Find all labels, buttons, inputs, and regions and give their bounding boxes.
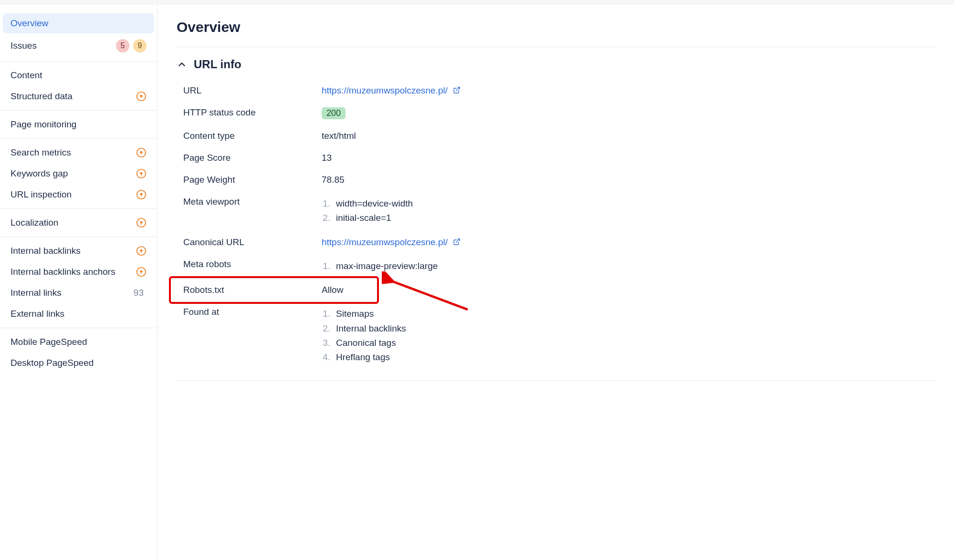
list-value: max-image-preview:large — [336, 259, 438, 273]
chevron-up-icon — [177, 59, 187, 70]
issues-badge-warning: 9 — [133, 39, 147, 52]
sidebar-item-internal-backlinks-anchors[interactable]: Internal backlinks anchors — [3, 262, 154, 282]
issues-badges: 5 9 — [116, 39, 147, 52]
sidebar-item-label: Overview — [10, 18, 48, 29]
list-value: Sitemaps — [336, 307, 374, 321]
sidebar-item-mobile-pagespeed[interactable]: Mobile PageSpeed — [3, 332, 154, 352]
sidebar-item-internal-links[interactable]: Internal links 93 — [3, 283, 154, 303]
row-found-at: Found at 1.Sitemaps 2.Internal backlinks… — [183, 301, 935, 371]
external-link-icon — [453, 86, 461, 93]
upgrade-icon — [136, 246, 147, 256]
list-value: Canonical tags — [336, 336, 396, 350]
row-page-weight: Page Weight 78.85 — [183, 169, 935, 191]
sidebar-item-structured-data[interactable]: Structured data — [3, 86, 154, 106]
internal-links-count: 93 — [134, 288, 147, 298]
list-value: initial-scale=1 — [336, 211, 391, 225]
upgrade-icon — [136, 218, 147, 228]
main-content: Overview URL info URL https://muzeumwspo… — [157, 5, 954, 560]
list-item: 2.initial-scale=1 — [322, 211, 935, 225]
row-value: 1.max-image-preview:large — [322, 259, 935, 273]
row-value: 13 — [322, 153, 935, 163]
row-label: Meta robots — [183, 259, 322, 273]
sidebar-item-desktop-pagespeed[interactable]: Desktop PageSpeed — [3, 353, 154, 373]
sidebar-group: Search metrics Keywords gap URL inspecti… — [0, 139, 157, 209]
sidebar-item-label: Internal links — [10, 288, 62, 298]
sidebar-item-label: Issues — [10, 41, 37, 51]
list-item: 1.width=device-width — [322, 197, 935, 211]
sidebar-item-internal-backlinks[interactable]: Internal backlinks — [3, 241, 154, 261]
sidebar-item-label: Keywords gap — [10, 168, 68, 179]
upgrade-icon — [136, 267, 147, 277]
sidebar-item-label: URL inspection — [10, 189, 72, 200]
issues-badge-critical: 5 — [116, 39, 129, 52]
url-link[interactable]: https://muzeumwspolczesne.pl/ — [322, 85, 461, 95]
url-text: https://muzeumwspolczesne.pl/ — [322, 237, 448, 247]
row-value: 78.85 — [322, 175, 935, 185]
sidebar-item-issues[interactable]: Issues 5 9 — [3, 34, 154, 57]
row-robots-txt: Robots.txt Allow — [183, 279, 935, 301]
list-value: width=device-width — [336, 197, 413, 211]
row-label: Found at — [183, 307, 322, 365]
row-page-score: Page Score 13 — [183, 147, 935, 169]
sidebar-group: Mobile PageSpeed Desktop PageSpeed — [0, 328, 157, 377]
upgrade-icon — [136, 91, 147, 102]
sidebar-group: Localization — [0, 209, 157, 237]
row-value: https://muzeumwspolczesne.pl/ — [322, 237, 935, 248]
divider — [177, 380, 935, 381]
sidebar-item-label: Internal backlinks anchors — [10, 267, 115, 277]
status-badge: 200 — [322, 107, 346, 119]
sidebar-item-content[interactable]: Content — [3, 65, 154, 85]
sidebar-item-overview[interactable]: Overview — [3, 13, 154, 33]
row-label: HTTP status code — [183, 107, 322, 119]
upgrade-icon — [136, 189, 147, 200]
sidebar-item-label: Localization — [10, 218, 58, 228]
row-meta-robots: Meta robots 1.max-image-preview:large — [183, 253, 935, 279]
sidebar-item-localization[interactable]: Localization — [3, 213, 154, 233]
sidebar-item-search-metrics[interactable]: Search metrics — [3, 143, 154, 163]
page-title: Overview — [177, 19, 935, 35]
list-item: 1.Sitemaps — [322, 307, 935, 321]
url-info-table: URL https://muzeumwspolczesne.pl/ HTTP s… — [177, 80, 935, 371]
row-url: URL https://muzeumwspolczesne.pl/ — [183, 80, 935, 102]
row-value: 1.Sitemaps 2.Internal backlinks 3.Canoni… — [322, 307, 935, 365]
sidebar: Overview Issues 5 9 Content Structured d… — [0, 5, 157, 560]
row-value: text/html — [322, 131, 935, 141]
section-title: URL info — [194, 58, 241, 71]
sidebar-item-page-monitoring[interactable]: Page monitoring — [3, 114, 154, 135]
list-item: 3.Canonical tags — [322, 336, 935, 350]
list-value: Hreflang tags — [336, 350, 390, 364]
sidebar-item-label: Mobile PageSpeed — [10, 337, 87, 347]
svg-line-8 — [456, 239, 460, 242]
upgrade-icon — [136, 168, 147, 179]
row-label: Content type — [183, 131, 322, 141]
sidebar-item-label: Desktop PageSpeed — [10, 358, 94, 368]
sidebar-item-label: Structured data — [10, 91, 73, 102]
row-http-status: HTTP status code 200 — [183, 102, 935, 125]
external-link-icon — [453, 238, 461, 245]
sidebar-item-url-inspection[interactable]: URL inspection — [3, 185, 154, 205]
sidebar-item-external-links[interactable]: External links — [3, 304, 154, 324]
row-canonical-url: Canonical URL https://muzeumwspolczesne.… — [183, 231, 935, 253]
list-item: 1.max-image-preview:large — [322, 259, 935, 273]
canonical-link[interactable]: https://muzeumwspolczesne.pl/ — [322, 237, 461, 247]
row-meta-viewport: Meta viewport 1.width=device-width 2.ini… — [183, 191, 935, 231]
url-text: https://muzeumwspolczesne.pl/ — [322, 85, 448, 95]
list-value: Internal backlinks — [336, 321, 406, 336]
list-item: 4.Hreflang tags — [322, 350, 935, 364]
upgrade-icon — [136, 147, 147, 158]
svg-line-7 — [456, 87, 460, 91]
sidebar-item-label: Search metrics — [10, 147, 71, 158]
sidebar-item-label: External links — [10, 309, 64, 319]
row-content-type: Content type text/html — [183, 125, 935, 147]
row-label: Page Score — [183, 153, 322, 163]
sidebar-group: Content Structured data — [0, 62, 157, 111]
list-item: 2.Internal backlinks — [322, 321, 935, 336]
row-value: 200 — [322, 107, 935, 119]
sidebar-group: Page monitoring — [0, 111, 157, 139]
row-value: 1.width=device-width 2.initial-scale=1 — [322, 197, 935, 226]
section-toggle-url-info[interactable]: URL info — [177, 58, 935, 71]
row-value: https://muzeumwspolczesne.pl/ — [322, 85, 935, 96]
sidebar-item-keywords-gap[interactable]: Keywords gap — [3, 164, 154, 184]
row-label: Meta viewport — [183, 197, 322, 226]
row-label: Page Weight — [183, 175, 322, 185]
